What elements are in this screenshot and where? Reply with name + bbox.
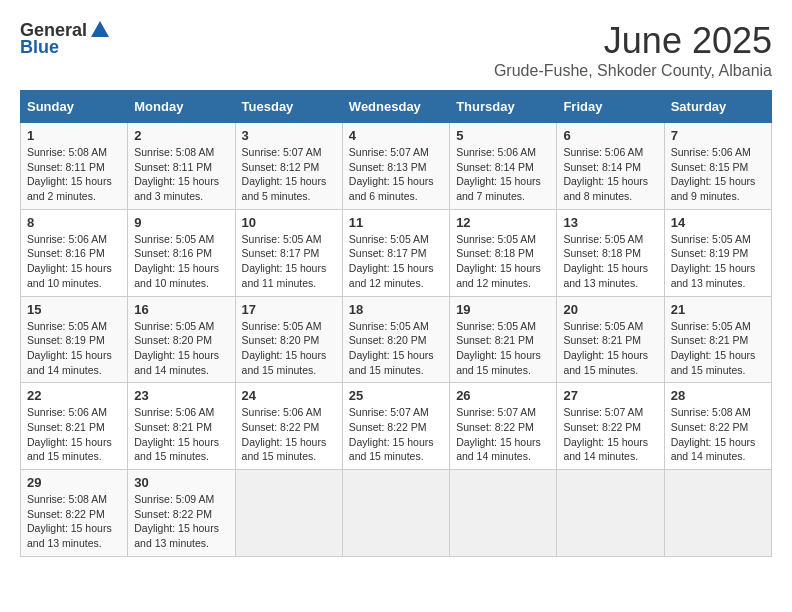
day-info: Sunrise: 5:08 AMSunset: 8:22 PMDaylight:… (27, 493, 112, 549)
col-tuesday: Tuesday (235, 91, 342, 123)
table-row: 7 Sunrise: 5:06 AMSunset: 8:15 PMDayligh… (664, 123, 771, 210)
day-number: 28 (671, 388, 765, 403)
day-info: Sunrise: 5:07 AMSunset: 8:12 PMDaylight:… (242, 146, 327, 202)
day-number: 3 (242, 128, 336, 143)
table-row (450, 470, 557, 557)
day-number: 16 (134, 302, 228, 317)
day-number: 29 (27, 475, 121, 490)
day-info: Sunrise: 5:06 AMSunset: 8:15 PMDaylight:… (671, 146, 756, 202)
col-friday: Friday (557, 91, 664, 123)
day-info: Sunrise: 5:05 AMSunset: 8:18 PMDaylight:… (563, 233, 648, 289)
table-row: 16 Sunrise: 5:05 AMSunset: 8:20 PMDaylig… (128, 296, 235, 383)
day-info: Sunrise: 5:06 AMSunset: 8:22 PMDaylight:… (242, 406, 327, 462)
day-number: 4 (349, 128, 443, 143)
day-info: Sunrise: 5:05 AMSunset: 8:17 PMDaylight:… (242, 233, 327, 289)
day-info: Sunrise: 5:05 AMSunset: 8:20 PMDaylight:… (349, 320, 434, 376)
day-number: 21 (671, 302, 765, 317)
day-info: Sunrise: 5:05 AMSunset: 8:16 PMDaylight:… (134, 233, 219, 289)
table-row: 11 Sunrise: 5:05 AMSunset: 8:17 PMDaylig… (342, 209, 449, 296)
calendar-week-row: 29 Sunrise: 5:08 AMSunset: 8:22 PMDaylig… (21, 470, 772, 557)
calendar-week-row: 1 Sunrise: 5:08 AMSunset: 8:11 PMDayligh… (21, 123, 772, 210)
table-row: 10 Sunrise: 5:05 AMSunset: 8:17 PMDaylig… (235, 209, 342, 296)
table-row: 19 Sunrise: 5:05 AMSunset: 8:21 PMDaylig… (450, 296, 557, 383)
logo: General Blue (20, 20, 111, 58)
logo-icon (89, 19, 111, 41)
table-row (557, 470, 664, 557)
table-row: 28 Sunrise: 5:08 AMSunset: 8:22 PMDaylig… (664, 383, 771, 470)
day-info: Sunrise: 5:07 AMSunset: 8:22 PMDaylight:… (456, 406, 541, 462)
day-info: Sunrise: 5:08 AMSunset: 8:22 PMDaylight:… (671, 406, 756, 462)
table-row (342, 470, 449, 557)
day-number: 10 (242, 215, 336, 230)
table-row: 26 Sunrise: 5:07 AMSunset: 8:22 PMDaylig… (450, 383, 557, 470)
table-row: 6 Sunrise: 5:06 AMSunset: 8:14 PMDayligh… (557, 123, 664, 210)
day-number: 20 (563, 302, 657, 317)
day-number: 2 (134, 128, 228, 143)
month-title: June 2025 (494, 20, 772, 62)
day-info: Sunrise: 5:06 AMSunset: 8:21 PMDaylight:… (27, 406, 112, 462)
svg-marker-0 (91, 21, 109, 37)
day-number: 6 (563, 128, 657, 143)
table-row: 27 Sunrise: 5:07 AMSunset: 8:22 PMDaylig… (557, 383, 664, 470)
day-number: 30 (134, 475, 228, 490)
col-saturday: Saturday (664, 91, 771, 123)
table-row: 23 Sunrise: 5:06 AMSunset: 8:21 PMDaylig… (128, 383, 235, 470)
table-row (235, 470, 342, 557)
location-subtitle: Grude-Fushe, Shkoder County, Albania (494, 62, 772, 80)
col-thursday: Thursday (450, 91, 557, 123)
day-number: 7 (671, 128, 765, 143)
day-number: 9 (134, 215, 228, 230)
logo-blue-text: Blue (20, 37, 59, 58)
table-row: 5 Sunrise: 5:06 AMSunset: 8:14 PMDayligh… (450, 123, 557, 210)
day-number: 13 (563, 215, 657, 230)
day-info: Sunrise: 5:07 AMSunset: 8:22 PMDaylight:… (563, 406, 648, 462)
day-number: 5 (456, 128, 550, 143)
day-number: 12 (456, 215, 550, 230)
table-row: 17 Sunrise: 5:05 AMSunset: 8:20 PMDaylig… (235, 296, 342, 383)
day-info: Sunrise: 5:07 AMSunset: 8:13 PMDaylight:… (349, 146, 434, 202)
day-info: Sunrise: 5:06 AMSunset: 8:21 PMDaylight:… (134, 406, 219, 462)
table-row: 25 Sunrise: 5:07 AMSunset: 8:22 PMDaylig… (342, 383, 449, 470)
col-monday: Monday (128, 91, 235, 123)
day-info: Sunrise: 5:06 AMSunset: 8:14 PMDaylight:… (456, 146, 541, 202)
day-info: Sunrise: 5:05 AMSunset: 8:19 PMDaylight:… (27, 320, 112, 376)
day-number: 27 (563, 388, 657, 403)
table-row: 4 Sunrise: 5:07 AMSunset: 8:13 PMDayligh… (342, 123, 449, 210)
day-number: 17 (242, 302, 336, 317)
day-number: 11 (349, 215, 443, 230)
col-sunday: Sunday (21, 91, 128, 123)
day-number: 18 (349, 302, 443, 317)
table-row: 1 Sunrise: 5:08 AMSunset: 8:11 PMDayligh… (21, 123, 128, 210)
day-number: 19 (456, 302, 550, 317)
day-number: 14 (671, 215, 765, 230)
table-row: 15 Sunrise: 5:05 AMSunset: 8:19 PMDaylig… (21, 296, 128, 383)
day-info: Sunrise: 5:08 AMSunset: 8:11 PMDaylight:… (134, 146, 219, 202)
table-row: 20 Sunrise: 5:05 AMSunset: 8:21 PMDaylig… (557, 296, 664, 383)
day-number: 26 (456, 388, 550, 403)
day-number: 23 (134, 388, 228, 403)
table-row: 3 Sunrise: 5:07 AMSunset: 8:12 PMDayligh… (235, 123, 342, 210)
table-row: 30 Sunrise: 5:09 AMSunset: 8:22 PMDaylig… (128, 470, 235, 557)
table-row: 8 Sunrise: 5:06 AMSunset: 8:16 PMDayligh… (21, 209, 128, 296)
table-row: 24 Sunrise: 5:06 AMSunset: 8:22 PMDaylig… (235, 383, 342, 470)
col-wednesday: Wednesday (342, 91, 449, 123)
day-info: Sunrise: 5:05 AMSunset: 8:20 PMDaylight:… (134, 320, 219, 376)
title-area: June 2025 Grude-Fushe, Shkoder County, A… (494, 20, 772, 80)
day-info: Sunrise: 5:06 AMSunset: 8:14 PMDaylight:… (563, 146, 648, 202)
calendar-table: Sunday Monday Tuesday Wednesday Thursday… (20, 90, 772, 557)
day-info: Sunrise: 5:05 AMSunset: 8:20 PMDaylight:… (242, 320, 327, 376)
table-row (664, 470, 771, 557)
table-row: 12 Sunrise: 5:05 AMSunset: 8:18 PMDaylig… (450, 209, 557, 296)
day-number: 15 (27, 302, 121, 317)
page-header: General Blue June 2025 Grude-Fushe, Shko… (20, 20, 772, 80)
table-row: 9 Sunrise: 5:05 AMSunset: 8:16 PMDayligh… (128, 209, 235, 296)
calendar-week-row: 15 Sunrise: 5:05 AMSunset: 8:19 PMDaylig… (21, 296, 772, 383)
day-number: 1 (27, 128, 121, 143)
table-row: 29 Sunrise: 5:08 AMSunset: 8:22 PMDaylig… (21, 470, 128, 557)
day-info: Sunrise: 5:05 AMSunset: 8:21 PMDaylight:… (671, 320, 756, 376)
day-info: Sunrise: 5:05 AMSunset: 8:18 PMDaylight:… (456, 233, 541, 289)
table-row: 13 Sunrise: 5:05 AMSunset: 8:18 PMDaylig… (557, 209, 664, 296)
day-info: Sunrise: 5:08 AMSunset: 8:11 PMDaylight:… (27, 146, 112, 202)
table-row: 18 Sunrise: 5:05 AMSunset: 8:20 PMDaylig… (342, 296, 449, 383)
day-info: Sunrise: 5:06 AMSunset: 8:16 PMDaylight:… (27, 233, 112, 289)
